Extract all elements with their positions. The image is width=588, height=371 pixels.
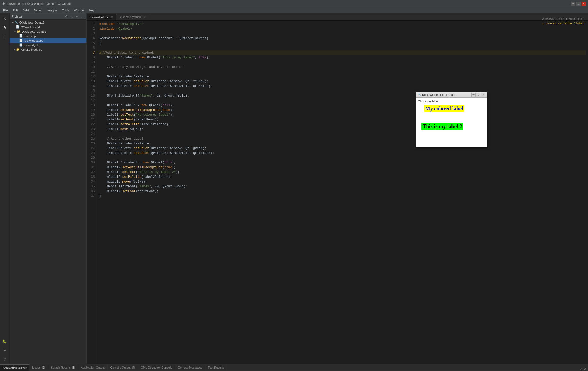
tree-label-demo2: QtWidgets_Demo2 — [22, 30, 46, 33]
line-num-26: 26 — [89, 141, 95, 146]
menu-edit[interactable]: Edit — [11, 8, 20, 12]
code-line-1: #include "rockwidget.h" — [99, 22, 586, 27]
bottom-tab-search-results[interactable]: Search Results 3 — [48, 364, 78, 371]
tree-item-main[interactable]: 📄 main.cpp — [10, 34, 86, 38]
line-num-36: 36 — [89, 189, 95, 194]
line-num-21: 21 — [89, 117, 95, 122]
code-line-11 — [99, 70, 586, 74]
menu-file[interactable]: File — [1, 8, 10, 12]
code-line-35: QFont serifFont("Times", 20, QFont::Bold… — [99, 184, 586, 189]
welcome-icon: ⌂ — [3, 16, 6, 21]
editor-area: rockwidget.cpp ✕ <Select Symbol> ✕ Windo… — [87, 13, 588, 364]
tree-item-demo2[interactable]: ▼ 📁 QtWidgets_Demo2 — [10, 29, 86, 34]
line-num-17: 17 — [89, 98, 95, 103]
tab-select-symbol[interactable]: <Select Symbol> ✕ — [116, 14, 149, 20]
floating-maximize-button[interactable]: □ — [476, 93, 480, 97]
code-line-36: mlabel2→setFont(serifFont); — [99, 189, 586, 194]
tree-item-cmake[interactable]: 📄 CMakeLists.txt — [10, 25, 86, 29]
bottom-panel-close-icon[interactable]: ✕ — [584, 367, 586, 371]
bottom-tab-app-output[interactable]: Application Output — [0, 364, 29, 371]
code-line-21: label1→setFont(label1Font); — [99, 117, 586, 122]
code-line-25: //Add another label — [99, 136, 586, 141]
tree-item-rockwidget-h[interactable]: 📄 rockwidget.h — [10, 43, 86, 47]
bottom-tab-general[interactable]: General Messages — [175, 364, 205, 371]
bottom-tab-app-output2[interactable]: Application Output — [78, 364, 108, 371]
editor-tab-bar: rockwidget.cpp ✕ <Select Symbol> ✕ Windo… — [87, 13, 588, 21]
menu-analyze[interactable]: Analyze — [45, 8, 60, 12]
menu-build[interactable]: Build — [20, 8, 31, 12]
code-line-13: label1Palette.setColor(QPalette::Window,… — [99, 79, 586, 84]
line-num-28: 28 — [89, 151, 95, 156]
sidebar-icon-design[interactable]: ◫ — [1, 32, 9, 41]
tree-icon-cmake: 📄 — [16, 25, 20, 29]
menu-help[interactable]: Help — [87, 8, 97, 12]
bottom-tab-test[interactable]: Test Results — [205, 364, 227, 371]
projects-tree: ▼ 🔧 QtWidgets_Demo2 📄 CMakeLists.txt ▼ 📁… — [10, 20, 86, 364]
line-num-11: 11 — [89, 70, 95, 74]
code-content[interactable]: #include "rockwidget.h" #include <QLabel… — [97, 21, 588, 364]
floating-window-icon: 🔧 — [418, 93, 421, 96]
menu-debug[interactable]: Debug — [32, 8, 44, 12]
line-num-31: 31 — [89, 165, 95, 170]
sidebar-icons: ⌂ ✎ ◫ 🐛 ≡ ? — [0, 13, 10, 364]
code-line-29 — [99, 156, 586, 160]
bottom-tab-issues[interactable]: Issues 2 — [29, 364, 48, 371]
code-line-18: QLabel * label1 = new QLabel(this); — [99, 103, 586, 108]
bottom-tab-label-qml: QML Debugger Console — [141, 366, 172, 369]
code-line-9 — [99, 60, 586, 65]
bottom-tab-compile[interactable]: Compile Output 4 — [108, 364, 138, 371]
maximize-button[interactable]: □ — [576, 2, 581, 6]
projects-panel-header: Projects ⊕ ↑↓ ≡ … — [10, 13, 86, 20]
tree-item-rockwidget-cpp[interactable]: 📄 rockwidget.cpp — [10, 38, 86, 43]
line-num-20: 20 — [89, 113, 95, 117]
bottom-tab-label-compile: Compile Output — [110, 366, 130, 369]
floating-window-titlebar[interactable]: 🔧 Rock Widget title on main ─ □ ✕ — [416, 92, 487, 98]
projects-filter-btn[interactable]: ⊕ — [64, 14, 68, 19]
bottom-panel-expand-icon[interactable]: ⤢ — [580, 367, 583, 371]
tree-item-cmake-modules[interactable]: ▶ 📁 CMake Modules — [10, 47, 86, 52]
line-num-34: 34 — [89, 179, 95, 184]
projects-panel-title: Projects — [12, 15, 22, 18]
projects-menu-btn[interactable]: ≡ — [75, 14, 79, 19]
bottom-tab-label-app-output2: Application Output — [81, 366, 105, 369]
bottom-area: Application Output Issues 2 Search Resul… — [0, 364, 588, 371]
tree-label-rockwidget-cpp: rockwidget.cpp — [24, 39, 43, 42]
floating-widget-window[interactable]: 🔧 Rock Widget title on main ─ □ ✕ This i… — [416, 92, 487, 147]
projects-sort-btn[interactable]: ↑↓ — [69, 14, 74, 19]
code-line-26: QPalette label2Palette; — [99, 141, 586, 146]
minimize-button[interactable]: ─ — [571, 2, 575, 6]
sidebar-icon-edit[interactable]: ✎ — [1, 23, 9, 32]
bottom-tab-badge-issues: 2 — [42, 366, 45, 369]
window-controls: ─ □ ✕ — [571, 2, 586, 6]
menu-window[interactable]: Window — [72, 8, 86, 12]
code-line-6 — [99, 46, 586, 50]
sidebar-icon-welcome[interactable]: ⌂ — [1, 14, 9, 23]
close-button[interactable]: ✕ — [582, 2, 586, 6]
sidebar-icon-debug[interactable]: 🐛 — [1, 337, 9, 346]
code-editor[interactable]: 1 2 3 4 5 6 7 8 9 10 11 12 13 14 15 16 1… — [87, 21, 588, 364]
bottom-tab-qml[interactable]: QML Debugger Console — [138, 364, 175, 371]
tree-label-cmake: CMakeLists.txt — [21, 25, 40, 29]
line-num-13: 13 — [89, 79, 95, 84]
tree-arrow-cmake-modules: ▶ — [14, 48, 16, 51]
projects-icon: ≡ — [3, 348, 6, 352]
tab-rockwidget-cpp[interactable]: rockwidget.cpp ✕ — [87, 14, 116, 20]
floating-close-button[interactable]: ✕ — [481, 93, 485, 97]
sidebar-icon-help[interactable]: ? — [1, 355, 9, 364]
bottom-tab-badge-compile: 4 — [132, 366, 135, 369]
code-line-15 — [99, 89, 586, 93]
code-line-17 — [99, 98, 586, 103]
app-icon: ⚙ — [2, 2, 5, 6]
tree-item-root[interactable]: ▼ 🔧 QtWidgets_Demo2 — [10, 20, 86, 25]
projects-more-btn[interactable]: … — [80, 14, 84, 19]
menu-tools[interactable]: Tools — [60, 8, 71, 12]
line-num-30: 30 — [89, 160, 95, 165]
tab-close-rockwidget[interactable]: ✕ — [111, 16, 113, 19]
sidebar-icon-projects[interactable]: ≡ — [1, 346, 9, 355]
floating-minimize-button[interactable]: ─ — [471, 93, 476, 97]
floating-window-controls: ─ □ ✕ — [471, 93, 485, 97]
line-num-10: 10 — [89, 65, 95, 70]
tab-close-select-symbol[interactable]: ✕ — [143, 16, 146, 19]
projects-toolbar: ⊕ ↑↓ ≡ … — [64, 14, 84, 19]
tree-arrow-root: ▼ — [12, 21, 14, 24]
